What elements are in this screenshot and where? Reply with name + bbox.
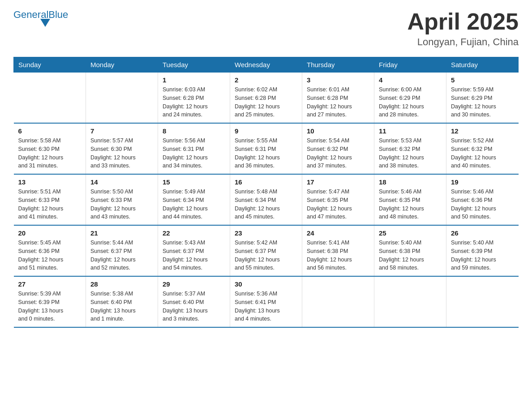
header-sunday: Sunday bbox=[14, 57, 86, 73]
day-cell bbox=[302, 276, 374, 327]
day-number: 9 bbox=[235, 127, 297, 135]
day-cell bbox=[86, 73, 158, 124]
day-cell: 10Sunrise: 5:54 AM Sunset: 6:32 PM Dayli… bbox=[302, 123, 374, 174]
day-cell: 8Sunrise: 5:56 AM Sunset: 6:31 PM Daylig… bbox=[158, 123, 230, 174]
day-number: 30 bbox=[235, 280, 297, 288]
day-cell bbox=[14, 73, 86, 124]
day-cell: 23Sunrise: 5:42 AM Sunset: 6:37 PM Dayli… bbox=[230, 225, 302, 276]
day-number: 3 bbox=[307, 76, 369, 84]
day-info: Sunrise: 5:44 AM Sunset: 6:37 PM Dayligh… bbox=[90, 239, 153, 272]
day-number: 15 bbox=[163, 178, 225, 186]
day-number: 25 bbox=[379, 229, 442, 237]
day-number: 2 bbox=[235, 76, 297, 84]
day-info: Sunrise: 5:59 AM Sunset: 6:29 PM Dayligh… bbox=[451, 86, 514, 119]
day-info: Sunrise: 5:40 AM Sunset: 6:38 PM Dayligh… bbox=[379, 239, 442, 272]
day-cell: 2Sunrise: 6:02 AM Sunset: 6:28 PM Daylig… bbox=[230, 73, 302, 124]
header-thursday: Thursday bbox=[302, 57, 374, 73]
day-cell: 26Sunrise: 5:40 AM Sunset: 6:39 PM Dayli… bbox=[446, 225, 519, 276]
day-number: 28 bbox=[90, 280, 153, 288]
title-block: April 2025 Longyan, Fujian, China bbox=[407, 9, 519, 48]
day-info: Sunrise: 5:41 AM Sunset: 6:38 PM Dayligh… bbox=[307, 239, 369, 272]
day-cell: 7Sunrise: 5:57 AM Sunset: 6:30 PM Daylig… bbox=[86, 123, 158, 174]
day-cell: 29Sunrise: 5:37 AM Sunset: 6:40 PM Dayli… bbox=[158, 276, 230, 327]
day-number: 14 bbox=[90, 178, 153, 186]
day-info: Sunrise: 5:40 AM Sunset: 6:39 PM Dayligh… bbox=[451, 239, 514, 272]
day-number: 7 bbox=[90, 127, 153, 135]
day-cell: 15Sunrise: 5:49 AM Sunset: 6:34 PM Dayli… bbox=[158, 174, 230, 225]
day-cell: 9Sunrise: 5:55 AM Sunset: 6:31 PM Daylig… bbox=[230, 123, 302, 174]
day-info: Sunrise: 5:46 AM Sunset: 6:36 PM Dayligh… bbox=[451, 188, 514, 221]
day-info: Sunrise: 5:39 AM Sunset: 6:39 PM Dayligh… bbox=[18, 290, 82, 323]
day-cell: 21Sunrise: 5:44 AM Sunset: 6:37 PM Dayli… bbox=[86, 225, 158, 276]
day-cell: 24Sunrise: 5:41 AM Sunset: 6:38 PM Dayli… bbox=[302, 225, 374, 276]
header-saturday: Saturday bbox=[446, 57, 519, 73]
day-cell: 16Sunrise: 5:48 AM Sunset: 6:34 PM Dayli… bbox=[230, 174, 302, 225]
day-info: Sunrise: 5:49 AM Sunset: 6:34 PM Dayligh… bbox=[163, 188, 225, 221]
header-friday: Friday bbox=[374, 57, 446, 73]
header-tuesday: Tuesday bbox=[158, 57, 230, 73]
day-number: 21 bbox=[90, 229, 153, 237]
page-header: GeneralBlue April 2025 Longyan, Fujian, … bbox=[13, 9, 519, 48]
day-cell: 17Sunrise: 5:47 AM Sunset: 6:35 PM Dayli… bbox=[302, 174, 374, 225]
week-row-1: 1Sunrise: 6:03 AM Sunset: 6:28 PM Daylig… bbox=[14, 73, 519, 124]
day-cell: 5Sunrise: 5:59 AM Sunset: 6:29 PM Daylig… bbox=[446, 73, 519, 124]
day-number: 10 bbox=[307, 127, 369, 135]
day-number: 29 bbox=[163, 280, 225, 288]
calendar-table: SundayMondayTuesdayWednesdayThursdayFrid… bbox=[13, 57, 519, 328]
day-number: 27 bbox=[18, 280, 82, 288]
day-info: Sunrise: 5:54 AM Sunset: 6:32 PM Dayligh… bbox=[307, 137, 369, 170]
day-cell: 12Sunrise: 5:52 AM Sunset: 6:32 PM Dayli… bbox=[446, 123, 519, 174]
day-info: Sunrise: 5:48 AM Sunset: 6:34 PM Dayligh… bbox=[235, 188, 297, 221]
day-cell: 3Sunrise: 6:01 AM Sunset: 6:28 PM Daylig… bbox=[302, 73, 374, 124]
calendar-header-row: SundayMondayTuesdayWednesdayThursdayFrid… bbox=[14, 57, 519, 73]
day-info: Sunrise: 5:47 AM Sunset: 6:35 PM Dayligh… bbox=[307, 188, 369, 221]
day-info: Sunrise: 6:01 AM Sunset: 6:28 PM Dayligh… bbox=[307, 86, 369, 119]
day-cell: 19Sunrise: 5:46 AM Sunset: 6:36 PM Dayli… bbox=[446, 174, 519, 225]
day-cell: 27Sunrise: 5:39 AM Sunset: 6:39 PM Dayli… bbox=[14, 276, 86, 327]
day-info: Sunrise: 5:58 AM Sunset: 6:30 PM Dayligh… bbox=[18, 137, 82, 170]
day-number: 4 bbox=[379, 76, 442, 84]
day-info: Sunrise: 5:37 AM Sunset: 6:40 PM Dayligh… bbox=[163, 290, 225, 323]
day-cell: 4Sunrise: 6:00 AM Sunset: 6:29 PM Daylig… bbox=[374, 73, 446, 124]
week-row-5: 27Sunrise: 5:39 AM Sunset: 6:39 PM Dayli… bbox=[14, 276, 519, 327]
day-info: Sunrise: 5:53 AM Sunset: 6:32 PM Dayligh… bbox=[379, 137, 442, 170]
day-cell bbox=[446, 276, 519, 327]
logo-triangle-icon bbox=[40, 19, 50, 27]
week-row-2: 6Sunrise: 5:58 AM Sunset: 6:30 PM Daylig… bbox=[14, 123, 519, 174]
day-info: Sunrise: 5:45 AM Sunset: 6:36 PM Dayligh… bbox=[18, 239, 82, 272]
day-info: Sunrise: 6:02 AM Sunset: 6:28 PM Dayligh… bbox=[235, 86, 297, 119]
day-info: Sunrise: 5:55 AM Sunset: 6:31 PM Dayligh… bbox=[235, 137, 297, 170]
day-cell bbox=[374, 276, 446, 327]
day-info: Sunrise: 5:51 AM Sunset: 6:33 PM Dayligh… bbox=[18, 188, 82, 221]
day-cell: 20Sunrise: 5:45 AM Sunset: 6:36 PM Dayli… bbox=[14, 225, 86, 276]
day-cell: 1Sunrise: 6:03 AM Sunset: 6:28 PM Daylig… bbox=[158, 73, 230, 124]
day-cell: 22Sunrise: 5:43 AM Sunset: 6:37 PM Dayli… bbox=[158, 225, 230, 276]
day-number: 6 bbox=[18, 127, 82, 135]
day-info: Sunrise: 5:56 AM Sunset: 6:31 PM Dayligh… bbox=[163, 137, 225, 170]
day-number: 19 bbox=[451, 178, 514, 186]
day-number: 12 bbox=[451, 127, 514, 135]
day-info: Sunrise: 5:36 AM Sunset: 6:41 PM Dayligh… bbox=[235, 290, 297, 323]
day-info: Sunrise: 5:50 AM Sunset: 6:33 PM Dayligh… bbox=[90, 188, 153, 221]
day-number: 11 bbox=[379, 127, 442, 135]
day-info: Sunrise: 5:57 AM Sunset: 6:30 PM Dayligh… bbox=[90, 137, 153, 170]
week-row-4: 20Sunrise: 5:45 AM Sunset: 6:36 PM Dayli… bbox=[14, 225, 519, 276]
day-number: 1 bbox=[163, 76, 225, 84]
day-info: Sunrise: 5:43 AM Sunset: 6:37 PM Dayligh… bbox=[163, 239, 225, 272]
day-number: 18 bbox=[379, 178, 442, 186]
day-info: Sunrise: 5:46 AM Sunset: 6:35 PM Dayligh… bbox=[379, 188, 442, 221]
day-info: Sunrise: 5:52 AM Sunset: 6:32 PM Dayligh… bbox=[451, 137, 514, 170]
day-cell: 11Sunrise: 5:53 AM Sunset: 6:32 PM Dayli… bbox=[374, 123, 446, 174]
header-wednesday: Wednesday bbox=[230, 57, 302, 73]
calendar-title: April 2025 bbox=[407, 9, 519, 34]
day-cell: 13Sunrise: 5:51 AM Sunset: 6:33 PM Dayli… bbox=[14, 174, 86, 225]
week-row-3: 13Sunrise: 5:51 AM Sunset: 6:33 PM Dayli… bbox=[14, 174, 519, 225]
day-number: 20 bbox=[18, 229, 82, 237]
day-number: 8 bbox=[163, 127, 225, 135]
day-info: Sunrise: 6:00 AM Sunset: 6:29 PM Dayligh… bbox=[379, 86, 442, 119]
day-cell: 28Sunrise: 5:38 AM Sunset: 6:40 PM Dayli… bbox=[86, 276, 158, 327]
day-number: 24 bbox=[307, 229, 369, 237]
calendar-subtitle: Longyan, Fujian, China bbox=[407, 36, 519, 48]
day-number: 22 bbox=[163, 229, 225, 237]
day-number: 13 bbox=[18, 178, 82, 186]
